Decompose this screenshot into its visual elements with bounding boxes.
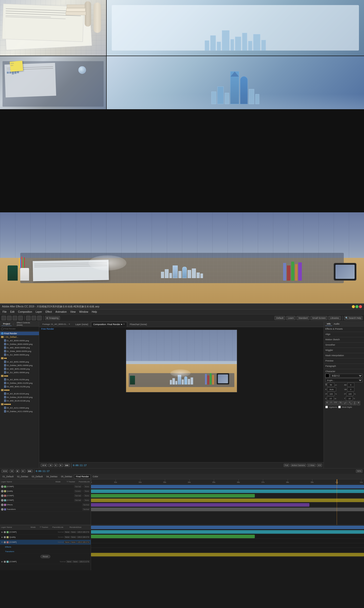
camera-select[interactable]: Active Camera	[290, 464, 306, 467]
track-bar-5[interactable]	[91, 503, 309, 507]
playhead[interactable]	[337, 479, 337, 484]
tool-text[interactable]	[37, 316, 42, 320]
track-bar-3[interactable]	[91, 494, 255, 498]
char-baseline-input[interactable]	[327, 396, 334, 400]
btn-super[interactable]: T1	[343, 401, 348, 405]
proj-file-03-demao[interactable]: 03_DeMao_B091-01250.png	[0, 381, 39, 385]
tab-footage-close[interactable]: ✕	[69, 323, 70, 325]
proj-file-01-ao[interactable]: 01_AO_B000-00050.png	[0, 339, 39, 342]
tab-flowchart[interactable]: Flowchart (none)	[128, 322, 149, 327]
window-controls[interactable]	[352, 305, 362, 308]
char-color-swatch[interactable]	[325, 374, 329, 378]
proj-file-05-damao[interactable]: 05_DaMao_A211-03050.png	[0, 410, 39, 413]
proj-file-03-mid[interactable]: 03_MID_B091-01250.png	[0, 385, 39, 388]
tab-effect-controls[interactable]: Effect Controls (none)	[15, 321, 37, 327]
char-tsumi-input[interactable]	[346, 396, 353, 400]
layer-trk-2[interactable]: None	[84, 490, 90, 492]
tool-select[interactable]	[2, 316, 6, 320]
layer-mode-4[interactable]: Normal	[74, 499, 82, 501]
workspace-learn[interactable]: Learn	[286, 316, 295, 320]
lsp-row-3[interactable]: ▼ [COMP] Normal None None 100.0 100.0 %	[0, 540, 91, 545]
btn-record[interactable]: ●	[54, 464, 58, 467]
proj-file-04-demao[interactable]: 04_DeMao_B126-02100.png	[0, 395, 39, 399]
char-tracking-input[interactable]	[347, 383, 354, 387]
search-help[interactable]: 🔍 Search Help	[344, 316, 362, 320]
proj-file-02-sli[interactable]: 02_SLI_B051-00090.png	[0, 371, 39, 374]
layer-row-5[interactable]: Effects Normal	[0, 503, 91, 507]
layer-vis-4[interactable]	[1, 499, 4, 502]
btn-prev-strip[interactable]: ◄	[10, 469, 14, 473]
btn-strike[interactable]: T	[357, 401, 360, 405]
minimize-button[interactable]	[352, 305, 355, 308]
btn-next-strip[interactable]: ►	[21, 469, 26, 473]
menu-window[interactable]: Window	[78, 310, 90, 314]
btn-play-back-strip[interactable]: ◄◄	[2, 469, 8, 473]
timeline-tracks[interactable]: 0s 01s 02s 03s 04s 05s 06s 07s 08s 09s 1…	[91, 479, 364, 525]
reset-button[interactable]: Reset	[40, 555, 50, 558]
lsp-expand-4[interactable]: ▶	[1, 561, 3, 563]
proj-file-03-ao[interactable]: 03_AO_B091-01250.png	[0, 378, 39, 381]
track-bar-1[interactable]	[91, 485, 364, 488]
proj-file-05-ao[interactable]: 05_AO_A211-03000.png	[0, 406, 39, 410]
tl-tab-04[interactable]: 04_DeMao	[45, 475, 59, 478]
tab-comp-close[interactable]: ✕	[123, 323, 125, 325]
tab-footage[interactable]: Footage: 01_AO_B000-01... ✕	[40, 322, 73, 327]
proj-file-02-mid[interactable]: 02_MID_B051-00090.png	[0, 367, 39, 371]
layer-trk-3[interactable]: None	[84, 494, 90, 497]
track-bar-6[interactable]	[91, 508, 364, 511]
btn-sub[interactable]: T1	[348, 401, 353, 405]
tl-tab-02[interactable]: 02_DeMao	[16, 475, 30, 478]
char-scale-h-input[interactable]	[328, 392, 335, 396]
char-scale-v-input[interactable]	[347, 392, 354, 396]
btn-prev-frame[interactable]: ◄	[48, 464, 53, 467]
close-button[interactable]	[359, 305, 362, 308]
lsp-row-4[interactable]: ▶ [COMP] Normal None None 100.0 2.0 %	[0, 559, 91, 564]
btn-fwd-strip[interactable]: ▶▶	[27, 469, 33, 473]
proj-folder-03[interactable]: ■■■	[0, 374, 39, 378]
snapping-label[interactable]: ⊞ Snapping	[45, 316, 60, 320]
checkbox-ligatures[interactable]	[325, 406, 328, 408]
layer-mode-5[interactable]: Normal	[82, 504, 90, 506]
char-font-family[interactable]: 标题方正	[330, 374, 362, 378]
layer-row-4[interactable]: [COMP] Normal | None	[0, 498, 91, 503]
tab-layer[interactable]: Layer (none)	[73, 322, 90, 327]
tool-pen[interactable]	[26, 316, 31, 320]
lsp-vis-2[interactable]	[4, 536, 6, 538]
proj-folder-01[interactable]: □ 01_Defaul...	[0, 335, 39, 339]
char-size-input[interactable]	[327, 383, 334, 387]
proj-file-01-shibe[interactable]: 01_Shibe_B000-00050.png	[0, 349, 39, 353]
menu-composition[interactable]: Composition	[16, 310, 34, 314]
tool-hand[interactable]	[7, 316, 12, 320]
tool-zoom[interactable]	[13, 316, 17, 320]
menu-effect[interactable]: Effect	[44, 310, 53, 314]
lsp-expand-2[interactable]: ▶	[1, 536, 3, 538]
proj-folder-02[interactable]: ■■	[0, 356, 39, 360]
lsp-expand-1[interactable]: ▶	[1, 531, 3, 533]
tab-info[interactable]: Info	[325, 322, 332, 326]
layer-vis-2[interactable]	[1, 490, 4, 492]
proj-file-02-demao[interactable]: 02_DeMao_B051-00090.png	[0, 364, 39, 367]
maximize-button[interactable]	[355, 305, 358, 308]
btn-play[interactable]: ►	[59, 464, 63, 467]
menu-layer[interactable]: Layer	[34, 310, 43, 314]
btn-italic[interactable]: T	[329, 401, 333, 405]
lsp-vis-3[interactable]	[4, 541, 6, 543]
btn-play-back[interactable]: ◄◄	[41, 464, 47, 467]
menu-help[interactable]: Help	[90, 310, 99, 314]
track-bar-2[interactable]	[91, 489, 364, 493]
menu-file[interactable]: File	[1, 310, 8, 314]
layer-row-3[interactable]: [COMP] Normal | None	[0, 493, 91, 498]
menu-edit[interactable]: Edit	[9, 310, 16, 314]
btn-stop-strip[interactable]: ■	[16, 469, 19, 473]
workspace-default[interactable]: Default	[275, 316, 285, 320]
ratio-select[interactable]: 4:9	[317, 464, 322, 467]
tl-tab-05[interactable]: 05_DeMao	[59, 475, 74, 478]
strip-resolution[interactable]: 50%	[356, 469, 362, 473]
track-bar-4[interactable]	[91, 499, 364, 502]
lsp-sub-effects-label[interactable]: Effects	[5, 546, 11, 548]
btn-smallcaps[interactable]: Tt	[338, 401, 343, 405]
layer-row-2[interactable]: Quality Screen | None	[0, 489, 91, 493]
views-select[interactable]: 1 View	[307, 464, 316, 467]
lsp-row-2[interactable]: ▶ Quality Screen None None 100.0 100.0 %	[0, 535, 91, 540]
proj-folder-05[interactable]: ■■■■■	[0, 402, 39, 406]
